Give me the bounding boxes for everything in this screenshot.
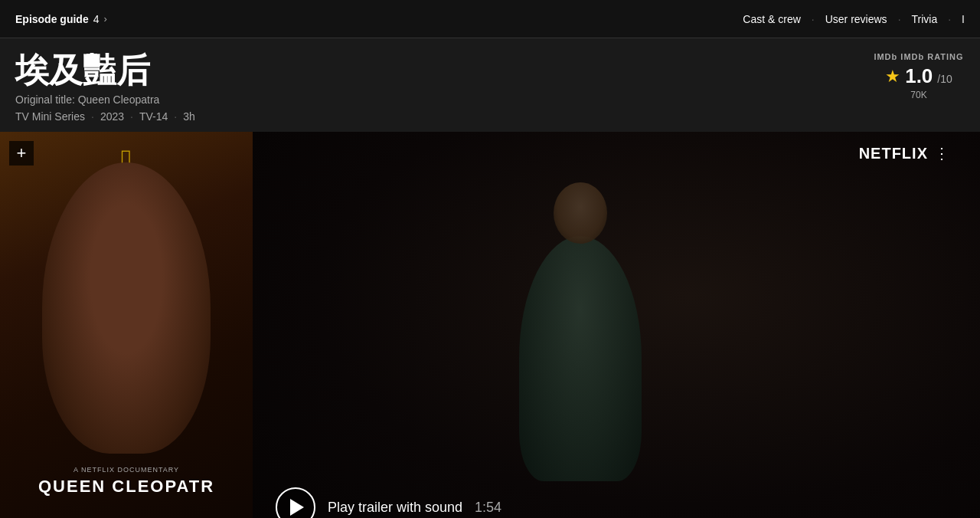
trivia-link[interactable]: Trivia bbox=[912, 13, 938, 25]
poster-title-text: QUEEN CLEOPATR bbox=[0, 477, 253, 497]
episode-count: 4 bbox=[93, 13, 100, 25]
poster-face-art bbox=[42, 162, 211, 454]
meta-sep-3: · bbox=[174, 110, 177, 123]
rating-score: 1.0 bbox=[905, 64, 933, 88]
star-icon: ★ bbox=[885, 67, 900, 87]
duration: 3h bbox=[183, 110, 195, 123]
rating-row: ★ 1.0 /10 bbox=[873, 64, 965, 88]
more-nav-indicator: I bbox=[962, 13, 965, 25]
imdb-rating-label: IMDb IMDb RATING bbox=[873, 52, 965, 61]
poster-text-bottom: A NETFLIX DOCUMENTARY QUEEN CLEOPATR bbox=[0, 466, 253, 497]
poster-image: 𓂀 A NETFLIX DOCUMENTARY QUEEN CLEOPATR O… bbox=[0, 132, 253, 518]
figure-body-silhouette bbox=[519, 236, 642, 481]
rating-block: IMDb IMDb RATING ★ 1.0 /10 70K bbox=[873, 52, 965, 100]
poster-wrapper: + 𓂀 A NETFLIX DOCUMENTARY QUEEN CLEOPATR… bbox=[0, 132, 253, 518]
main-title: 埃及豔后 bbox=[15, 52, 195, 89]
meta-sep-2: · bbox=[130, 110, 133, 123]
content-area: + 𓂀 A NETFLIX DOCUMENTARY QUEEN CLEOPATR… bbox=[0, 132, 980, 518]
rating-label-text: IMDb RATING bbox=[900, 52, 963, 61]
meta-sep-1: · bbox=[91, 110, 94, 123]
separator-1: · bbox=[812, 13, 815, 25]
episode-guide-label[interactable]: Episode guide bbox=[15, 13, 89, 25]
original-title: Original title: Queen Cleopatra bbox=[15, 93, 195, 106]
rating-max: /10 bbox=[937, 73, 952, 85]
cast-crew-link[interactable]: Cast & crew bbox=[743, 13, 800, 25]
play-button-circle[interactable] bbox=[276, 487, 315, 518]
play-triangle-icon bbox=[290, 499, 304, 516]
release-year: 2023 bbox=[100, 110, 124, 123]
series-type: TV Mini Series bbox=[15, 110, 85, 123]
play-trailer-bar[interactable]: Play trailer with sound 1:54 bbox=[276, 487, 501, 518]
video-options-button[interactable]: ⋮ bbox=[934, 144, 949, 162]
nav-right-section: Cast & crew · User reviews · Trivia · I bbox=[743, 13, 965, 25]
imdb-text: IMDb bbox=[874, 52, 900, 61]
add-button[interactable]: + bbox=[9, 141, 34, 166]
metadata-row: TV Mini Series · 2023 · TV-14 · 3h bbox=[15, 110, 195, 123]
trailer-duration: 1:54 bbox=[475, 500, 501, 516]
play-trailer-text: Play trailer with sound bbox=[328, 500, 462, 516]
separator-2: · bbox=[898, 13, 901, 25]
separator-3: · bbox=[948, 13, 951, 25]
chevron-right-icon[interactable]: › bbox=[103, 13, 106, 25]
nav-left-section: Episode guide 4 › bbox=[15, 13, 107, 25]
user-reviews-link[interactable]: User reviews bbox=[825, 13, 887, 25]
poster-subtitle: A NETFLIX DOCUMENTARY bbox=[0, 466, 253, 474]
vote-count: 70K bbox=[873, 90, 965, 100]
video-panel: NETFLIX ⋮ Play trailer with sound 1:54 bbox=[253, 132, 980, 518]
top-navigation: Episode guide 4 › Cast & crew · User rev… bbox=[0, 0, 980, 38]
title-left-block: 埃及豔后 Original title: Queen Cleopatra TV … bbox=[15, 52, 195, 123]
content-rating: TV-14 bbox=[139, 110, 168, 123]
figure-head-silhouette bbox=[554, 182, 607, 244]
title-area: 埃及豔后 Original title: Queen Cleopatra TV … bbox=[0, 38, 980, 132]
netflix-watermark: NETFLIX ⋮ bbox=[859, 144, 949, 162]
netflix-watermark-text: NETFLIX bbox=[859, 145, 928, 162]
